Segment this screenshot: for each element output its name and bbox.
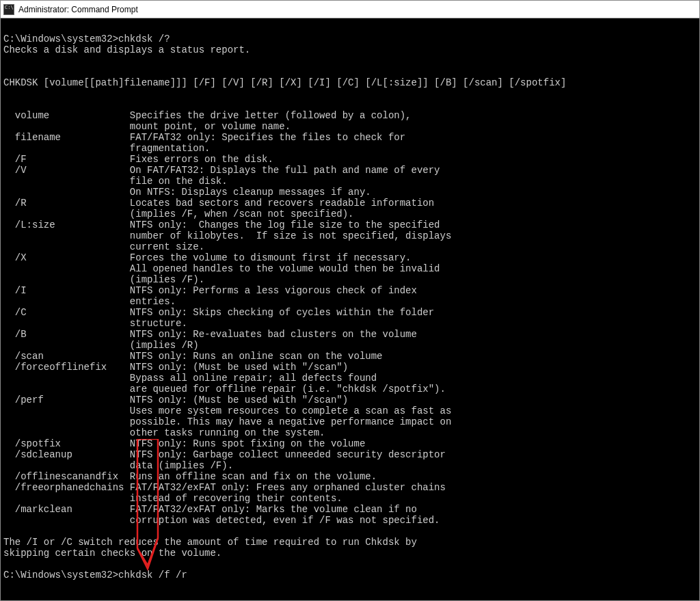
output-line: /I NTFS only: Performs a less vigorous c… bbox=[3, 285, 417, 296]
output-line: /R Locates bad sectors and recovers read… bbox=[3, 198, 434, 209]
output-line: /L:size NTFS only: Changes the log file … bbox=[3, 219, 440, 230]
output-line: /offlinescanandfix Runs an offline scan … bbox=[3, 471, 377, 482]
output-line: On NTFS: Displays cleanup messages if an… bbox=[3, 187, 371, 198]
output-line: current size. bbox=[3, 241, 204, 252]
output-line: other tasks running on the system. bbox=[3, 427, 325, 438]
output-line: file on the disk. bbox=[3, 176, 228, 187]
output-line: /scan NTFS only: Runs an online scan on … bbox=[3, 351, 383, 362]
output-line: /markclean FAT/FAT32/exFAT only: Marks t… bbox=[3, 504, 417, 515]
output-line: Bypass all online repair; all defects fo… bbox=[3, 373, 377, 384]
terminal-output[interactable]: C:\Windows\system32>chkdsk /? Checks a d… bbox=[1, 18, 699, 600]
command-prompt-window: Administrator: Command Prompt C:\Windows… bbox=[0, 0, 700, 601]
output-line: number of kilobytes. If size is not spec… bbox=[3, 230, 451, 241]
output-line: structure. bbox=[3, 318, 187, 329]
command-text: chkdsk /f /r bbox=[118, 570, 187, 580]
output-line: /spotfix NTFS only: Runs spot fixing on … bbox=[3, 438, 365, 449]
output-line: /B NTFS only: Re-evaluates bad clusters … bbox=[3, 329, 417, 340]
output-line: corruption was detected, even if /F was … bbox=[3, 515, 440, 526]
output-line: instead of recovering their contents. bbox=[3, 493, 342, 504]
output-line: (implies /F, when /scan not specified). bbox=[3, 209, 353, 219]
output-line: mount point, or volume name. bbox=[3, 121, 291, 132]
output-line: fragmentation. bbox=[3, 143, 210, 154]
output-line: The /I or /C switch reduces the amount o… bbox=[3, 537, 417, 548]
titlebar[interactable]: Administrator: Command Prompt bbox=[1, 1, 699, 18]
output-line: are queued for offline repair (i.e. "chk… bbox=[3, 384, 446, 395]
output-line: data (implies /F). bbox=[3, 460, 233, 471]
output-line: (implies /R) bbox=[3, 340, 199, 351]
output-line: /freeorphanedchains FAT/FAT32/exFAT only… bbox=[3, 482, 446, 493]
output-line: Checks a disk and displays a status repo… bbox=[3, 44, 250, 55]
output-line: /perf NTFS only: (Must be used with "/sc… bbox=[3, 395, 348, 405]
prompt: C:\Windows\system32> bbox=[3, 570, 118, 580]
output-line: All opened handles to the volume would t… bbox=[3, 263, 440, 274]
output-line: /X Forces the volume to dismount first i… bbox=[3, 252, 412, 263]
output-line: entries. bbox=[3, 296, 176, 307]
output-line: /forceofflinefix NTFS only: (Must be use… bbox=[3, 362, 348, 373]
output-line: possible. This may have a negative perfo… bbox=[3, 416, 451, 427]
output-line: skipping certain checks on the volume. bbox=[3, 548, 221, 559]
output-line: /F Fixes errors on the disk. bbox=[3, 154, 273, 165]
output-line: volume Specifies the drive letter (follo… bbox=[3, 110, 412, 121]
output-line: (implies /F). bbox=[3, 274, 204, 285]
window-title: Administrator: Command Prompt bbox=[18, 5, 138, 14]
output-line: Uses more system resources to complete a… bbox=[3, 405, 451, 416]
cmd-icon bbox=[3, 4, 14, 15]
output-line: /sdcleanup NTFS only: Garbage collect un… bbox=[3, 449, 446, 460]
output-line: filename FAT/FAT32 only: Specifies the f… bbox=[3, 132, 405, 143]
output-line: /V On FAT/FAT32: Displays the full path … bbox=[3, 165, 440, 176]
command-text: chkdsk /? bbox=[118, 34, 170, 44]
output-line: /C NTFS only: Skips checking of cycles w… bbox=[3, 307, 434, 318]
prompt: C:\Windows\system32> bbox=[3, 34, 118, 44]
output-line: CHKDSK [volume[[path]filename]]] [/F] [/… bbox=[3, 77, 566, 88]
